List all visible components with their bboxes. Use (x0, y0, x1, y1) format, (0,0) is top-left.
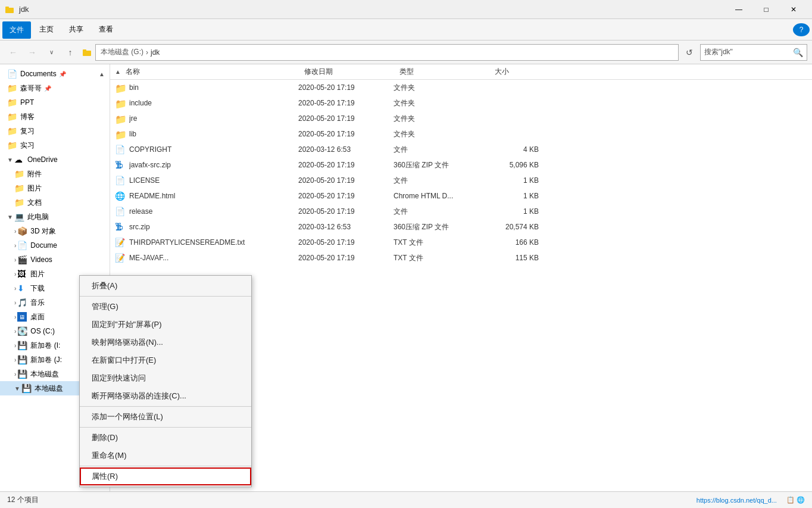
file-name-license: LICENSE (129, 176, 298, 185)
ctx-item-properties[interactable]: 属性(R) (80, 468, 251, 485)
dropdown-button[interactable]: ∨ (43, 44, 60, 61)
col-header-date[interactable]: 修改日期 (304, 67, 399, 77)
file-row-lib[interactable]: 📁 lib 2020-05-20 17:19 文件夹 (110, 126, 812, 142)
file-date-release: 2020-05-20 17:19 (298, 207, 393, 216)
file-row-release[interactable]: 📄 release 2020-05-20 17:19 文件 1 KB (110, 204, 812, 219)
ctx-divider-2 (80, 406, 251, 407)
file-name-javafx: javafx-src.zip (129, 161, 298, 169)
file-name-mejavaf: ME-JAVAF... (129, 254, 298, 262)
sidebar-item-3dobjects[interactable]: › 📦 3D 对象 (0, 224, 110, 238)
music-icon: 🎵 (17, 298, 27, 307)
ctx-item-newwindow[interactable]: 在新窗口中打开(E) (80, 351, 251, 369)
sidebar-item-videos[interactable]: › 🎬 Videos (0, 253, 110, 267)
up-button[interactable]: ↑ (62, 44, 79, 61)
file-row-srczip[interactable]: 🗜 src.zip 2020-03-12 6:53 360压缩 ZIP 文件 2… (110, 219, 812, 235)
svg-rect-1 (5, 7, 9, 8)
folder-icon-jre: 📁 (115, 114, 124, 123)
sidebar-item-documents2[interactable]: › 📄 Docume (0, 238, 110, 253)
search-icon: 🔍 (793, 48, 803, 57)
sidebar-item-ppt[interactable]: 📁 PPT (0, 95, 110, 110)
expand-arrow-pic: › (14, 271, 16, 278)
ctx-item-mapdrive[interactable]: 映射网络驱动器(N)... (80, 334, 251, 351)
file-row-include[interactable]: 📁 include 2020-05-20 17:19 文件夹 (110, 95, 812, 111)
file-row-readme[interactable]: 🌐 README.html 2020-05-20 17:19 Chrome HT… (110, 188, 812, 204)
folder-icon-4: 📁 (7, 126, 17, 136)
disk-icon-3: 💾 (17, 355, 27, 364)
minimize-button[interactable]: — (725, 0, 752, 19)
video-icon: 🎬 (17, 255, 27, 264)
col-header-size[interactable]: 大小 (495, 67, 554, 77)
ctx-item-delete[interactable]: 删除(D) (80, 429, 251, 447)
col-header-type[interactable]: 类型 (399, 67, 495, 77)
file-icon-javafx: 🗜 (115, 160, 124, 170)
close-button[interactable]: ✕ (780, 0, 807, 19)
file-icon-thirdparty: 📝 (115, 238, 124, 247)
desktop-icon: 🖥 (17, 312, 27, 322)
sidebar-item-docs[interactable]: 📁 文档 (0, 195, 110, 210)
tab-view[interactable]: 查看 (92, 21, 120, 38)
col-header-name[interactable]: 名称 (126, 67, 304, 77)
sidebar-item-thispc[interactable]: ▼ 💻 此电脑 (0, 210, 110, 224)
refresh-button[interactable]: ↺ (681, 44, 698, 61)
address-path[interactable]: 本地磁盘 (G:) › jdk (95, 44, 679, 61)
search-text: 搜索"jdk" (704, 47, 791, 57)
disk-icon-1: 💽 (17, 326, 27, 336)
ctx-item-pinstart[interactable]: 固定到"开始"屏幕(P) (80, 316, 251, 334)
maximize-button[interactable]: □ (752, 0, 780, 19)
sidebar-item-onedrive[interactable]: ▼ ☁ OneDrive (0, 152, 110, 167)
folder3d-icon: 📦 (17, 226, 27, 236)
file-size-readme: 1 KB (489, 192, 548, 200)
ctx-item-rename[interactable]: 重命名(M) (80, 447, 251, 465)
file-row-bin[interactable]: 📁 bin 2020-05-20 17:19 文件夹 (110, 80, 812, 95)
img-icon: 🖼 (17, 269, 27, 279)
file-row-copyright[interactable]: 📄 COPYRIGHT 2020-03-12 6:53 文件 4 KB (110, 142, 812, 157)
file-size-thirdparty: 166 KB (489, 238, 548, 247)
forward-button[interactable]: → (24, 44, 40, 61)
ctx-item-collapse[interactable]: 折叠(A) (80, 277, 251, 295)
app-icon (5, 5, 14, 14)
sidebar-item-internship[interactable]: 📁 实习 (0, 138, 110, 152)
sidebar-item-blog[interactable]: 📁 博客 (0, 110, 110, 124)
file-size-srczip: 20,574 KB (489, 223, 548, 231)
file-row-license[interactable]: 📄 LICENSE 2020-05-20 17:19 文件 1 KB (110, 173, 812, 188)
sidebar-item-documents[interactable]: 📄 Documents 📌 ▲ (0, 67, 110, 81)
tab-home[interactable]: 主页 (32, 21, 61, 38)
folder-icon-lib: 📁 (115, 129, 124, 139)
ctx-item-addnet[interactable]: 添加一个网络位置(L) (80, 408, 251, 426)
ctx-item-pinquick[interactable]: 固定到快速访问 (80, 369, 251, 387)
tab-file[interactable]: 文件 (2, 21, 31, 39)
sidebar-item-attachments[interactable]: 📁 附件 (0, 167, 110, 181)
file-row-javafx[interactable]: 🗜 javafx-src.zip 2020-05-20 17:19 360压缩 … (110, 157, 812, 173)
file-date-lib: 2020-05-20 17:19 (298, 130, 393, 138)
file-type-readme: Chrome HTML D... (393, 192, 489, 200)
file-name-release: release (129, 207, 298, 216)
file-icon-readme: 🌐 (115, 191, 124, 201)
back-button[interactable]: ← (5, 44, 21, 61)
search-box[interactable]: 搜索"jdk" 🔍 (700, 44, 807, 61)
window-controls: — □ ✕ (725, 0, 807, 19)
folder-icon-3: 📁 (7, 112, 17, 121)
status-url: https://blog.csdn.net/qq_d... (697, 497, 777, 504)
sidebar-item-pictures[interactable]: 📁 图片 (0, 181, 110, 195)
file-size-javafx: 5,096 KB (489, 161, 548, 169)
ctx-item-disconnect[interactable]: 断开网络驱动器的连接(C)... (80, 387, 251, 405)
folder-icon-bin: 📁 (115, 83, 124, 92)
file-icon-release: 📄 (115, 207, 124, 216)
file-type-include: 文件夹 (393, 98, 489, 108)
file-size-mejavaf: 115 KB (489, 254, 548, 262)
ctx-item-manage[interactable]: 管理(G) (80, 298, 251, 316)
file-row-thirdparty[interactable]: 📝 THIRDPARTYLICENSEREADME.txt 2020-05-20… (110, 235, 812, 250)
up-arrow-icon: ▲ (99, 71, 105, 77)
sidebar-item-review[interactable]: 📁 复习 (0, 124, 110, 138)
file-row-mejavaf[interactable]: 📝 ME-JAVAF... 2020-05-20 17:19 TXT 文件 11… (110, 250, 812, 266)
file-type-srczip: 360压缩 ZIP 文件 (393, 222, 489, 232)
help-button[interactable]: ? (793, 23, 810, 36)
file-row-jre[interactable]: 📁 jre 2020-05-20 17:19 文件夹 (110, 111, 812, 126)
tab-share[interactable]: 共享 (62, 21, 90, 38)
file-icon-copyright: 📄 (115, 145, 124, 154)
file-date-javafx: 2020-05-20 17:19 (298, 161, 393, 169)
expand-arrow-drivej: › (14, 357, 16, 363)
sidebar-item-sengg[interactable]: 📁 森哥哥 📌 (0, 81, 110, 95)
file-icon-srczip: 🗜 (115, 222, 124, 232)
title-bar: jdk — □ ✕ (0, 0, 812, 19)
